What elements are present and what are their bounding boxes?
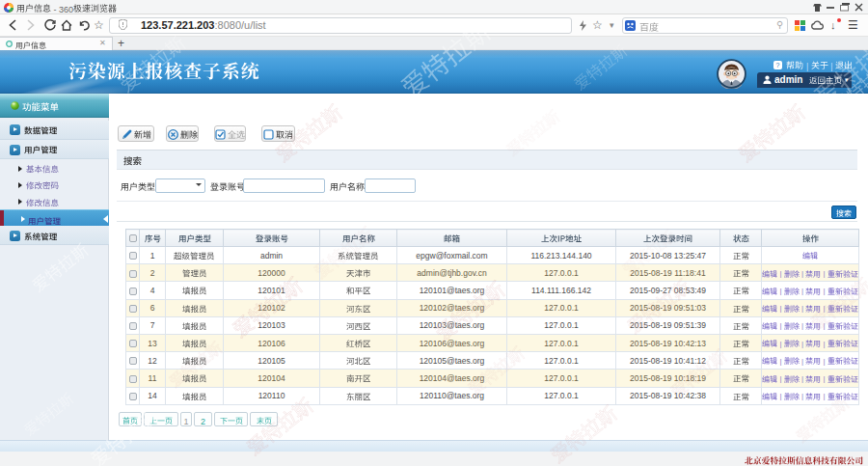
svg-text:?: ?: [776, 62, 780, 69]
